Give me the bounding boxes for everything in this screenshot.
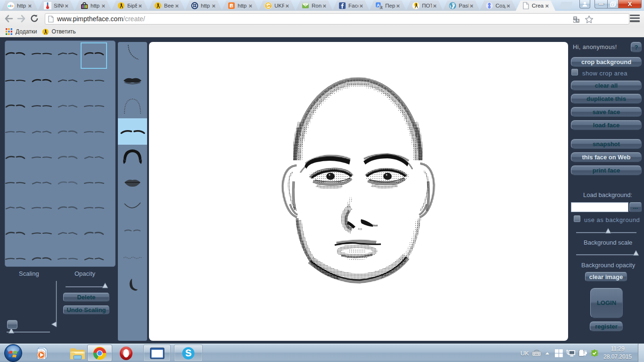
svg-text:x: x bbox=[11, 4, 14, 8]
svg-text:UN: UN bbox=[266, 4, 272, 8]
svg-text:А: А bbox=[577, 19, 579, 22]
svg-text:文: 文 bbox=[380, 6, 383, 9]
